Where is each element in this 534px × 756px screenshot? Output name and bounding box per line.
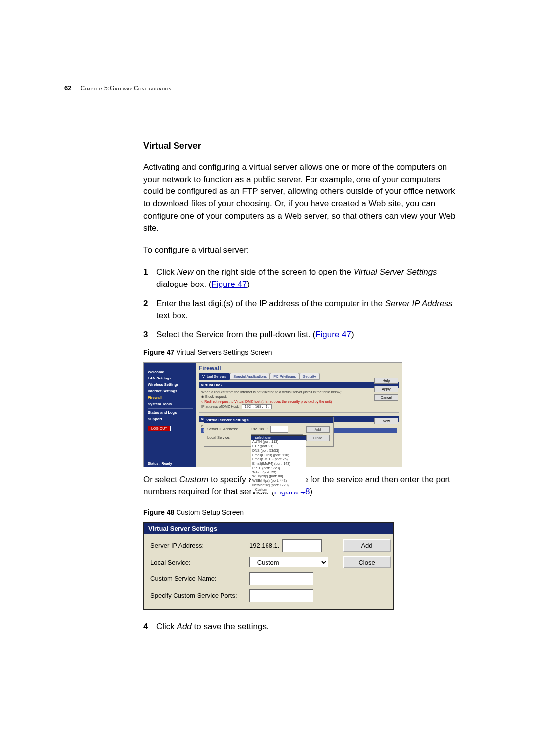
virtual-server-settings-dialog: Virtual Server Settings Add Close Server… bbox=[204, 416, 333, 446]
virtual-dmz-bar: Virtual DMZ bbox=[199, 382, 399, 388]
sidebar-item-support[interactable]: Support bbox=[148, 417, 193, 421]
figure-48-screenshot: Virtual Server Settings Server IP Addres… bbox=[143, 522, 394, 610]
dropdown-option[interactable]: Email(POP3) (port: 110) bbox=[251, 453, 306, 458]
ip-prefix: 192 .168. 1. bbox=[251, 427, 270, 431]
sidebar-item-system[interactable]: System Tools bbox=[148, 402, 193, 406]
tab-special-apps[interactable]: Special Applications bbox=[230, 373, 270, 380]
step-1: 1 Click New on the right side of the scr… bbox=[143, 266, 460, 290]
virtual-dmz-panel: When a request from the Internet is not … bbox=[199, 388, 399, 413]
apply-button[interactable]: Apply bbox=[374, 386, 398, 392]
server-ip-label: Server IP Address: bbox=[150, 542, 249, 549]
figure-47-link[interactable]: Figure 47 bbox=[315, 330, 351, 339]
ui-term: Virtual Server Settings bbox=[354, 267, 437, 277]
dmz-option-redirect[interactable]: ○ Redirect request to Virtual DMZ host (… bbox=[201, 400, 397, 403]
sidebar-separator bbox=[148, 408, 193, 409]
running-header: 62 Chapter 5: Gateway Configuration bbox=[64, 84, 470, 92]
status-bar: Status : Ready bbox=[148, 462, 172, 465]
local-service-label: Local Service: bbox=[207, 435, 251, 440]
step-text: text box. bbox=[156, 311, 188, 320]
dropdown-option[interactable]: – Custom – bbox=[251, 488, 306, 492]
server-ip-label: Server IP Address: bbox=[207, 427, 251, 431]
figure-48-caption: Figure 48 Custom Setup Screen bbox=[143, 508, 460, 516]
virtual-server-panel: Please click on the "New" button on the … bbox=[199, 422, 399, 435]
figure-47-caption: Figure 47 Virtual Servers Settings Scree… bbox=[143, 348, 460, 356]
step-text: ) bbox=[247, 280, 250, 289]
step-number: 1 bbox=[143, 266, 148, 279]
cancel-button[interactable]: Cancel bbox=[374, 394, 398, 401]
manual-page: 62 Chapter 5: Gateway Configuration Virt… bbox=[0, 0, 534, 756]
custom-service-ports-label: Specify Custom Service Ports: bbox=[150, 592, 249, 600]
close-button[interactable]: Close bbox=[343, 556, 391, 568]
tab-pc-privileges[interactable]: PC Privileges bbox=[270, 373, 299, 380]
help-button[interactable]: Help bbox=[374, 378, 398, 384]
dropdown-option[interactable]: FTP (port: 21) bbox=[251, 444, 306, 449]
step-number: 3 bbox=[143, 329, 148, 341]
sidebar-item-internet[interactable]: Internet Settings bbox=[148, 389, 193, 393]
page-number: 62 bbox=[64, 84, 71, 92]
intro-paragraph: Activating and configuring a virtual ser… bbox=[143, 161, 460, 235]
figure-47-screenshot: Welcome LAN Settings Wireless Settings I… bbox=[143, 362, 402, 467]
router-nav-sidebar: Welcome LAN Settings Wireless Settings I… bbox=[144, 363, 196, 467]
dropdown-option[interactable]: WEB(http) (port: 80) bbox=[251, 474, 306, 479]
tab-security[interactable]: Security bbox=[299, 373, 319, 380]
sidebar-item-lan[interactable]: LAN Settings bbox=[148, 376, 193, 380]
step-3: 3 Select the Service from the pull-down … bbox=[143, 329, 460, 341]
close-button[interactable]: Close bbox=[306, 435, 330, 441]
dropdown-option[interactable]: WEB(https) (port: 443) bbox=[251, 479, 306, 483]
page-title: Firewall bbox=[199, 365, 399, 372]
sidebar-item-status[interactable]: Status and Logs bbox=[148, 410, 193, 415]
step-text: dialogue box. ( bbox=[156, 280, 212, 289]
ui-term: Server IP Address bbox=[385, 299, 453, 308]
server-ip-input[interactable] bbox=[282, 539, 322, 552]
dialog-titlebar: Virtual Server Settings bbox=[204, 417, 333, 423]
dropdown-option[interactable]: Telnet (port: 23) bbox=[251, 471, 306, 475]
dropdown-option[interactable]: NetMeeting (port: 1720) bbox=[251, 483, 306, 488]
ui-term: Custom bbox=[179, 475, 209, 484]
dialog-button-column: Add Close bbox=[306, 426, 330, 441]
step-text: to save the settings. bbox=[192, 622, 269, 631]
server-ip-input[interactable] bbox=[270, 426, 288, 433]
dialog-title: Virtual Server Settings bbox=[206, 418, 249, 422]
sidebar-item-welcome[interactable]: Welcome bbox=[148, 370, 193, 374]
dropdown-option[interactable]: Email(IMAP4) (port: 143) bbox=[251, 462, 306, 466]
dropdown-option[interactable]: Email(SMTP) (port: 25) bbox=[251, 457, 306, 462]
figure-title: Custom Setup Screen bbox=[174, 508, 244, 516]
dmz-ip-row: IP address of DMZ Host: 192 .168. 1. bbox=[201, 404, 397, 409]
to-configure-lead: To configure a virtual server: bbox=[143, 244, 460, 257]
add-button[interactable]: Add bbox=[306, 426, 330, 433]
step-4: 4 Click Add to save the settings. bbox=[143, 621, 460, 633]
step-list-continued: 4 Click Add to save the settings. bbox=[143, 621, 460, 633]
local-service-select[interactable]: – Custom – bbox=[249, 557, 328, 567]
dmz-option-block[interactable]: ◉ Block request. bbox=[201, 395, 397, 399]
sidebar-item-wireless[interactable]: Wireless Settings bbox=[148, 382, 193, 387]
dialog-titlebar: Virtual Server Settings bbox=[144, 523, 393, 534]
section-title: Virtual Server bbox=[143, 141, 460, 151]
dropdown-option[interactable]: – select one – bbox=[251, 436, 306, 440]
add-button[interactable]: Add bbox=[343, 539, 391, 552]
new-button[interactable]: New bbox=[374, 418, 398, 424]
step-text: ) bbox=[351, 330, 354, 339]
step-text: on the right side of the screen to open … bbox=[194, 267, 354, 277]
tab-virtual-servers[interactable]: Virtual Servers bbox=[199, 373, 230, 380]
dropdown-option[interactable]: DNS (port: 53/53) bbox=[251, 449, 306, 453]
step-text: Enter the last digit(s) of the IP addres… bbox=[156, 299, 385, 308]
logout-button[interactable]: LOG OUT bbox=[148, 426, 171, 431]
custom-service-name-label: Custom Service Name: bbox=[150, 575, 249, 582]
sidebar-item-firewall[interactable]: Firewall bbox=[148, 395, 193, 400]
dropdown-option[interactable]: PPTP (port: 1723) bbox=[251, 466, 306, 471]
step-2: 2 Enter the last digit(s) of the IP addr… bbox=[143, 298, 460, 322]
figure-label: Figure 47 bbox=[143, 348, 174, 356]
chapter-prefix: Chapter 5: bbox=[80, 85, 109, 92]
step-text: Click bbox=[156, 267, 177, 277]
figure-title: Virtual Servers Settings Screen bbox=[174, 348, 272, 356]
dmz-ip-value[interactable]: 192 .168. 1. bbox=[242, 404, 272, 409]
figure-47-link[interactable]: Figure 47 bbox=[212, 280, 247, 289]
step-list: 1 Click New on the right side of the scr… bbox=[143, 266, 460, 341]
ip-prefix: 192.168.1. bbox=[249, 542, 279, 549]
custom-service-name-input[interactable] bbox=[249, 572, 313, 585]
custom-service-ports-input[interactable] bbox=[249, 589, 313, 602]
chapter-title: Gateway Configuration bbox=[110, 85, 172, 92]
dmz-intro: When a request from the Internet is not … bbox=[201, 390, 397, 394]
dropdown-option[interactable]: AUTH (port: 113) bbox=[251, 440, 306, 444]
ui-term: Add bbox=[177, 622, 192, 631]
